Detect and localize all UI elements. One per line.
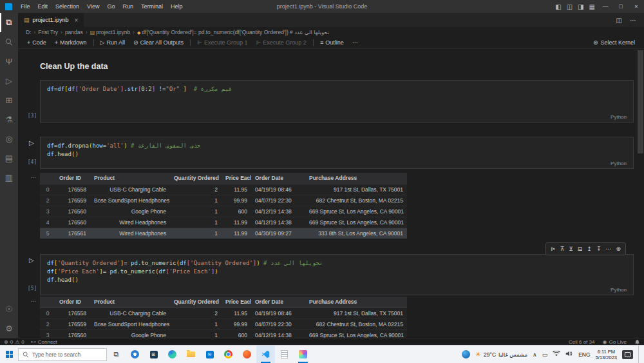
delete-cell-icon[interactable]: ⊗ [614, 246, 622, 252]
minimize-button[interactable]: — [598, 0, 613, 13]
chrome-button[interactable] [219, 346, 238, 363]
brave-button[interactable] [238, 346, 256, 363]
outline-button[interactable]: ≡Outline [316, 39, 348, 46]
extensions-icon[interactable]: ⊞ [0, 90, 18, 110]
explorer-icon[interactable]: ⧉ [0, 13, 18, 32]
clear-all-outputs-button[interactable]: ⊘Clear All Outputs [129, 39, 187, 46]
menu-edit[interactable]: Edit [34, 0, 52, 13]
vscode-taskbar-button[interactable] [256, 346, 275, 363]
table-row[interactable]: 0176558USB-C Charging Cable211.9504/19/1… [40, 308, 407, 319]
table-row[interactable]: 3176560Google Phone160004/12/19 14:38669… [40, 329, 407, 338]
menu-view[interactable]: View [83, 0, 103, 13]
tab-project1-ipynb[interactable]: ▤ project1.ipynb × [18, 13, 84, 27]
touch-keyboard-icon[interactable]: ▭ [542, 351, 548, 358]
code-cell-5[interactable]: ▷ [5] df['Quantity Ordered']= pd.to_nume… [26, 254, 634, 295]
scrollbar-thumb[interactable] [638, 50, 643, 153]
run-by-line-icon[interactable]: ⊳ [549, 246, 557, 252]
cell-language-picker[interactable]: Python [611, 114, 627, 120]
menu-help[interactable]: Help [167, 0, 187, 13]
action-center-icon[interactable] [622, 350, 633, 359]
cell-more-actions-icon[interactable]: ⋯ [604, 246, 612, 252]
table-row[interactable]: 0176558USB-C Charging Cable211.9504/19/1… [40, 184, 407, 195]
execute-group-1-button[interactable]: ⊩Execute Group 1 [193, 39, 251, 46]
menu-run[interactable]: Run [118, 0, 137, 13]
edge-button[interactable] [163, 346, 182, 363]
menu-go[interactable]: Go [103, 0, 118, 13]
toggle-secondary-sidebar-icon[interactable]: ◨ [575, 3, 586, 10]
tray-app-icon[interactable] [462, 350, 470, 358]
volume-icon[interactable] [565, 351, 573, 358]
toolbar-more-actions-button[interactable]: ⋯ [348, 39, 362, 46]
breadcrumb-folder-pandas[interactable]: pandas [65, 29, 83, 35]
breadcrumb-folder-frist-try[interactable]: Frist Try [38, 29, 58, 35]
cell-code[interactable]: df=df.dropna(how='all') # حذف الصفوف الف… [41, 137, 633, 159]
account-icon[interactable]: ☉ [0, 299, 18, 319]
toggle-panel-icon[interactable]: ◫ [564, 3, 575, 10]
connect-status-item[interactable]: ⊷ Connect [31, 339, 57, 345]
split-cell-icon[interactable]: ⊟ [576, 246, 584, 252]
cell-language-picker[interactable]: Python [611, 287, 627, 293]
code-cell-3[interactable]: [3] df=df[df['Order Date'].str[0:2] !="O… [26, 80, 634, 123]
cortana-button[interactable] [126, 346, 144, 363]
testing-icon[interactable]: ⚗ [0, 110, 18, 129]
execute-above-cells-icon[interactable]: ⊼ [559, 246, 566, 252]
run-cell-icon[interactable]: ▷ [29, 257, 34, 264]
insert-cell-above-icon[interactable]: ↥ [585, 246, 593, 252]
search-icon[interactable] [0, 32, 18, 52]
output-more-actions-icon[interactable]: ⋯ [27, 174, 40, 181]
table-row[interactable]: 5176561Wired Headphones111.9904/30/19 09… [40, 228, 407, 239]
taskbar-search-input[interactable]: Type here to search [18, 348, 107, 361]
customize-layout-icon[interactable]: ▦ [587, 3, 598, 10]
breadcrumb-file[interactable]: ▤project1.ipynb [90, 29, 130, 35]
source-control-icon[interactable]: Ψ [0, 52, 18, 71]
notebook-icon[interactable]: ▤ [0, 148, 18, 168]
maximize-button[interactable]: □ [613, 0, 629, 13]
task-view-button[interactable]: ⧉ [107, 346, 126, 363]
cell-language-picker[interactable]: Python [611, 161, 627, 166]
language-indicator[interactable]: ENG [578, 351, 590, 358]
editor-more-actions-icon[interactable]: ⋯ [630, 17, 636, 24]
table-row[interactable]: 4176560Wired Headphones111.9904/12/19 14… [40, 217, 407, 228]
cell-position-indicator[interactable]: Cell 6 of 34 [569, 339, 594, 345]
table-row[interactable]: 2176559Bose SoundSport Headphones199.990… [40, 319, 407, 329]
settings-gear-icon[interactable]: ⚙ [0, 319, 18, 338]
go-live-button[interactable]: ◉ Go Live [602, 339, 627, 345]
mail-button[interactable]: ✉ [200, 346, 219, 363]
split-editor-icon[interactable]: ◫ [616, 17, 622, 24]
show-desktop-button[interactable] [638, 346, 641, 363]
execute-group-2-button[interactable]: ⊩Execute Group 2 [252, 39, 310, 46]
menu-selection[interactable]: Selection [52, 0, 83, 13]
photos-button[interactable] [294, 346, 312, 363]
select-kernel-button[interactable]: ⊛Select Kernel [593, 39, 644, 46]
code-cell-4[interactable]: ▷ [4] df=df.dropna(how='all') # حذف الصف… [26, 137, 634, 169]
execute-cell-and-below-icon[interactable]: ⊻ [567, 246, 574, 252]
tab-close-icon[interactable]: × [72, 17, 79, 24]
wifi-icon[interactable] [553, 351, 560, 358]
close-button[interactable]: × [629, 0, 644, 13]
breadcrumb-drive[interactable]: D: [26, 29, 32, 35]
toggle-sidebar-icon[interactable]: ◧ [553, 3, 564, 10]
menu-file[interactable]: File [17, 0, 34, 13]
cell-code[interactable]: df=df[df['Order Date'].str[0:2] !="Or" ]… [41, 81, 633, 93]
jupyter-icon[interactable]: ◎ [0, 129, 18, 148]
cell-code[interactable]: df['Quantity Ordered']= pd.to_numeric(df… [41, 255, 633, 284]
add-markdown-cell-button[interactable]: +Markdown [51, 39, 91, 46]
weather-widget[interactable]: ☀ 29°C مشمس غالبا [475, 351, 527, 358]
add-code-cell-button[interactable]: +Code [23, 39, 50, 46]
book-icon[interactable]: ▥ [0, 168, 18, 187]
output-more-actions-icon[interactable]: ⋯ [27, 298, 40, 304]
hidden-icons-chevron[interactable]: ∧ [533, 351, 537, 358]
problems-indicator[interactable]: ⊗ 0 ⚠ 0 [4, 339, 24, 345]
table-row[interactable]: 3176560Google Phone160004/12/19 14:38669… [40, 206, 407, 217]
notepad-button[interactable] [275, 346, 294, 363]
run-debug-icon[interactable]: ▷ [0, 71, 18, 90]
menu-terminal[interactable]: Terminal [137, 0, 167, 13]
run-cell-icon[interactable]: ▷ [29, 139, 34, 146]
table-row[interactable]: 2176559Bose SoundSport Headphones199.990… [40, 195, 407, 206]
markdown-heading[interactable]: Clean Up the data [40, 62, 108, 71]
breadcrumb-symbol[interactable]: ◆df['Quantity Ordered']= pd.to_numeric(d… [137, 29, 329, 35]
store-button[interactable]: ⊞ [144, 346, 163, 363]
insert-cell-below-icon[interactable]: ↧ [595, 246, 603, 252]
taskbar-clock[interactable]: 6:11 PM 5/13/2023 [596, 349, 617, 360]
start-button[interactable] [0, 346, 18, 363]
